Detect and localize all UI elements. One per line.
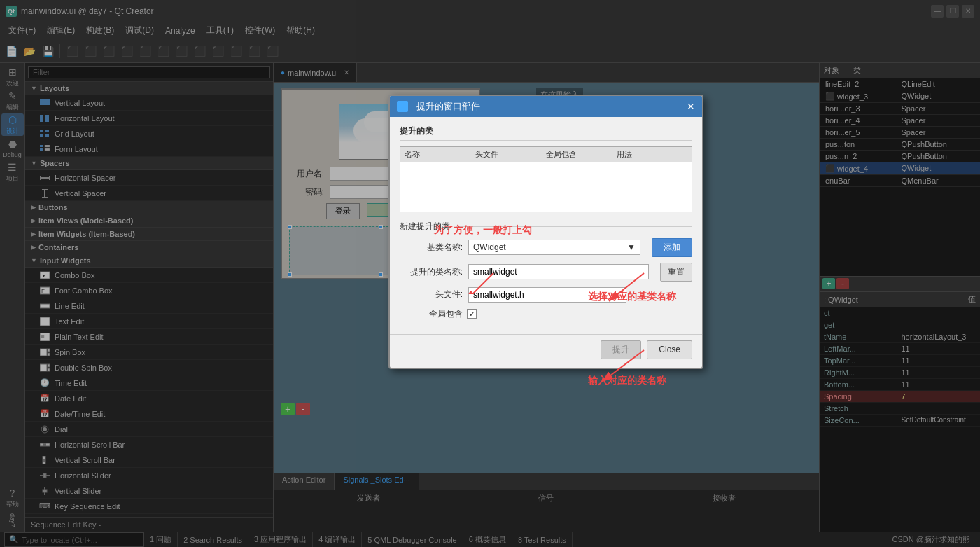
dialog-promoted-table: 名称 头文件 全局包含 用法 xyxy=(400,146,692,212)
promote-btn: 提升 xyxy=(601,340,641,359)
dialog-section-label: 提升的类 xyxy=(400,125,692,141)
dialog-title-content: 提升的窗口部件 xyxy=(397,100,480,113)
dialog-table-body xyxy=(400,162,692,212)
base-class-value: QWidget xyxy=(473,242,506,252)
dialog-icon xyxy=(397,101,408,112)
dialog-col-global: 全局包含 xyxy=(546,149,617,160)
promoted-name-row: 提升的类名称: 重置 xyxy=(400,263,692,282)
dialog-reset-btn[interactable]: 重置 xyxy=(660,263,692,282)
dialog-col-name: 名称 xyxy=(405,149,475,160)
header-file-ctrl xyxy=(468,287,626,303)
promoted-name-ctrl xyxy=(468,264,649,279)
dialog-add-btn[interactable]: 添加 xyxy=(652,238,692,257)
global-include-row: 全局包含 xyxy=(400,308,692,320)
dialog-overlay: 提升的窗口部件 ✕ 提升的类 名称 头文件 全局包含 用法 新建提升的类 xyxy=(0,0,980,547)
promote-dialog: 提升的窗口部件 ✕ 提升的类 名称 头文件 全局包含 用法 新建提升的类 xyxy=(388,95,704,369)
new-promote-section: 新建提升的类 xyxy=(400,221,692,233)
dialog-close-btn[interactable]: ✕ xyxy=(687,101,695,112)
dialog-col-usage: 用法 xyxy=(617,149,687,160)
base-class-arrow: ▼ xyxy=(627,242,636,252)
global-include-label: 全局包含 xyxy=(400,308,463,320)
dialog-title-label: 提升的窗口部件 xyxy=(416,100,480,113)
separator-line xyxy=(456,226,692,227)
dialog-close-btn2[interactable]: Close xyxy=(647,340,692,359)
base-class-select[interactable]: QWidget ▼ xyxy=(468,240,640,255)
dialog-body: 提升的类 名称 头文件 全局包含 用法 新建提升的类 基类名称: xyxy=(390,117,702,334)
dialog-title-bar: 提升的窗口部件 ✕ xyxy=(390,96,702,117)
base-class-row: 基类名称: QWidget ▼ 添加 xyxy=(400,238,692,257)
dialog-col-header: 头文件 xyxy=(475,149,546,160)
base-class-label: 基类名称: xyxy=(400,242,463,254)
header-file-label: 头文件: xyxy=(400,289,463,300)
dialog-buttons: 提升 Close xyxy=(390,334,702,368)
base-class-ctrl: QWidget ▼ xyxy=(468,240,640,255)
annotation-3: 输入对应的类名称 xyxy=(588,375,666,387)
header-file-input[interactable] xyxy=(468,287,626,303)
promoted-name-input[interactable] xyxy=(468,264,649,279)
dialog-table-header: 名称 头文件 全局包含 用法 xyxy=(400,147,692,162)
header-file-row: 头文件: xyxy=(400,287,692,303)
promoted-name-label: 提升的类名称: xyxy=(400,266,463,278)
new-promote-label: 新建提升的类 xyxy=(400,221,450,233)
global-include-checkbox[interactable] xyxy=(467,309,477,319)
